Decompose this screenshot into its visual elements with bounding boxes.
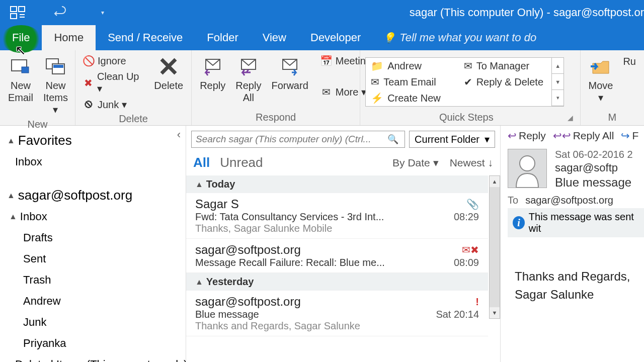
caret-down-icon: ▲ — [9, 212, 17, 221]
app-icon — [8, 3, 28, 23]
group-today[interactable]: ▲Today — [186, 175, 488, 193]
cursor-icon: ↖ — [15, 43, 26, 58]
sort-order-button[interactable]: Newest ↓ — [450, 157, 493, 169]
bulb-icon: 💡 — [383, 32, 395, 44]
forward-icon — [279, 55, 301, 77]
sort-by-button[interactable]: By Date ▾ — [392, 157, 439, 169]
reading-from: sagar@softp — [555, 160, 644, 175]
info-bar: i This message was sent wit — [508, 208, 644, 237]
new-email-button[interactable]: New Email — [5, 53, 36, 106]
qs-reply-delete[interactable]: ✔Reply & Delete — [459, 74, 552, 90]
svg-rect-1 — [11, 14, 17, 19]
qs-scroll-up[interactable]: ▲ — [552, 58, 564, 74]
group-new: New Email New Items ▾ New — [0, 50, 75, 125]
move-button[interactable]: Move ▾ — [586, 53, 616, 106]
qs-create-new[interactable]: ⚡Create New — [366, 90, 459, 106]
undo-icon[interactable] — [53, 5, 66, 20]
recall-icon: ✉✖ — [462, 244, 479, 256]
team-icon: ✉ — [371, 76, 379, 88]
reply-icon: ↩ — [508, 130, 517, 142]
reading-body: Thanks and Regards, Sagar Salunke — [508, 237, 644, 334]
folder-junk[interactable]: Junk — [0, 312, 186, 333]
quicksteps-launcher[interactable]: ◢ — [568, 114, 575, 122]
title-bar: ▾ sagar (This computer Only) - sagar@sof… — [0, 0, 644, 25]
search-icon[interactable]: 🔍 — [385, 134, 400, 145]
folder-trash[interactable]: Trash — [0, 269, 186, 291]
tab-home[interactable]: Home — [42, 25, 96, 50]
move-icon — [590, 55, 612, 77]
reading-forward-button[interactable]: ↪F — [621, 130, 638, 142]
account-header[interactable]: ▲sagar@softpost.org — [0, 185, 186, 206]
search-box[interactable]: 🔍 — [191, 131, 405, 148]
scroll-up-button[interactable]: ▲ — [490, 176, 500, 187]
caret-down-icon: ▲ — [195, 278, 203, 287]
folder-deleted[interactable]: Deleted Items (This computer only) — [0, 354, 186, 362]
cleanup-button[interactable]: ✖Clean Up ▾ — [80, 69, 147, 96]
scroll-down-button[interactable]: ▼ — [490, 307, 500, 318]
nav-collapse-button[interactable]: ‹ — [177, 128, 181, 141]
attachment-icon: 📎 — [466, 198, 479, 210]
forward-button[interactable]: Forward — [268, 53, 311, 94]
folder-icon: 📁 — [371, 60, 383, 72]
junk-icon: 🛇 — [83, 99, 95, 111]
info-icon: i — [513, 216, 525, 229]
reading-reply-all-button[interactable]: ↩↩Reply All — [553, 130, 614, 142]
search-scope-dropdown[interactable]: Current Folder▾ — [409, 131, 495, 148]
tab-send-receive[interactable]: Send / Receive — [96, 25, 195, 50]
group-yesterday[interactable]: ▲Yesterday — [186, 273, 488, 291]
ignore-icon: 🚫 — [83, 55, 95, 67]
message-item[interactable]: Sagar S📎 Fwd: Tata Consultancy Services … — [186, 193, 488, 239]
window-title: sagar (This computer Only) - sagar@softp… — [410, 6, 644, 19]
reading-subject: Blue message — [555, 175, 644, 190]
chevron-down-icon: ▾ — [485, 133, 490, 145]
qs-scroll-down[interactable]: ▼ — [552, 74, 564, 90]
folder-nav: ‹ ▲Favorites Inbox ▲sagar@softpost.org ▲… — [0, 126, 186, 362]
reply-all-button[interactable]: Reply All — [232, 53, 264, 106]
list-scrollbar[interactable]: ▲ ▼ — [489, 175, 500, 319]
sender-avatar — [508, 149, 547, 188]
favorites-header[interactable]: ▲Favorites — [0, 130, 186, 151]
favorites-inbox[interactable]: Inbox — [0, 151, 186, 172]
group-delete: 🚫Ignore ✖Clean Up ▾ 🛇Junk ▾ Delete Delet… — [75, 50, 192, 125]
importance-icon: ! — [475, 296, 479, 308]
filter-unread[interactable]: Unread — [220, 155, 263, 170]
caret-down-icon: ▲ — [7, 191, 15, 200]
tell-me-search[interactable]: 💡 Tell me what you want to do — [373, 25, 546, 50]
rules-button[interactable]: Ru — [620, 53, 639, 69]
junk-button[interactable]: 🛇Junk ▾ — [80, 97, 147, 112]
group-respond: Reply Reply All Forward 📅Meeting ✉More ▾… — [192, 50, 360, 125]
quicksteps-gallery: 📁Andrew ✉To Manager ✉Team Email ✔Reply &… — [365, 57, 564, 107]
folder-priyanka[interactable]: Priyanka — [0, 333, 186, 354]
qs-andrew[interactable]: 📁Andrew — [366, 58, 459, 74]
qs-team-email[interactable]: ✉Team Email — [366, 74, 459, 90]
reply-delete-icon: ✔ — [464, 76, 472, 88]
folder-inbox[interactable]: ▲Inbox — [0, 206, 186, 227]
new-email-icon — [10, 55, 32, 77]
reply-button[interactable]: Reply — [197, 53, 228, 94]
reply-icon — [202, 55, 224, 77]
folder-sent[interactable]: Sent — [0, 248, 186, 269]
ignore-button[interactable]: 🚫Ignore — [80, 53, 147, 68]
forward-icon: ↪ — [621, 130, 630, 142]
folder-andrew[interactable]: Andrew — [0, 291, 186, 312]
tab-developer[interactable]: Developer — [298, 25, 373, 50]
tab-folder[interactable]: Folder — [195, 25, 250, 50]
delete-button[interactable]: Delete — [151, 53, 186, 94]
new-items-button[interactable]: New Items ▾ — [40, 53, 71, 118]
filter-all[interactable]: All — [193, 155, 210, 170]
message-item[interactable]: sagar@softpost.org! Blue messageSat 20:1… — [186, 291, 488, 336]
message-item[interactable]: sagar@softpost.org✉✖ Message Recall Fail… — [186, 239, 488, 273]
svg-rect-9 — [53, 65, 63, 68]
meeting-icon: 📅 — [320, 55, 333, 67]
qs-to-manager[interactable]: ✉To Manager — [459, 58, 552, 74]
tab-view[interactable]: View — [251, 25, 298, 50]
qat-dropdown-icon[interactable]: ▾ — [101, 9, 104, 16]
qs-expand[interactable]: ▾ — [552, 90, 564, 106]
reading-reply-button[interactable]: ↩Reply — [508, 130, 546, 142]
caret-down-icon: ▲ — [195, 180, 203, 189]
search-input[interactable] — [196, 134, 385, 145]
svg-rect-0 — [11, 7, 17, 12]
create-new-icon: ⚡ — [371, 92, 383, 104]
folder-drafts[interactable]: Drafts — [0, 227, 186, 248]
scroll-track[interactable] — [490, 187, 500, 307]
